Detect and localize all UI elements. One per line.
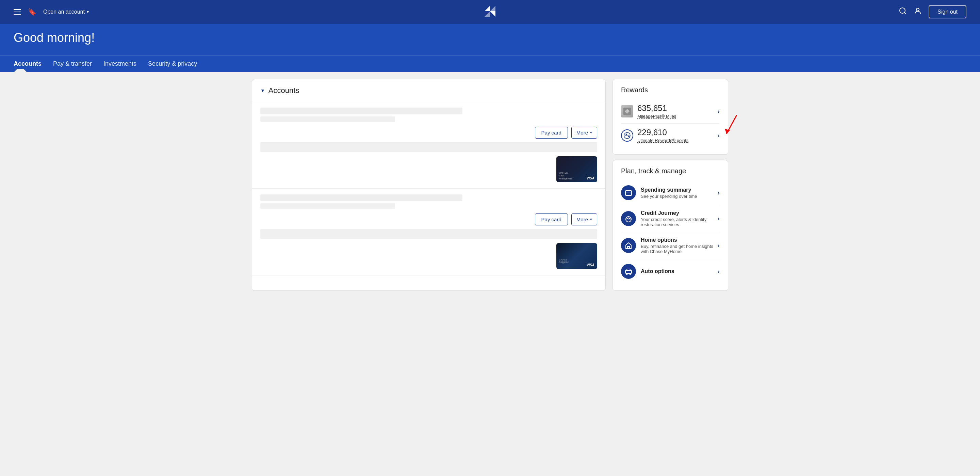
home-options-desc: Buy, refinance and get home insights wit… (641, 244, 718, 254)
account-row-1-actions: Pay card More ▾ (260, 127, 597, 139)
right-panel: Rewards 635,651 MileagePlus® Miles › (612, 79, 728, 291)
plan-item-credit[interactable]: Credit Journey Your credit score, alerts… (621, 205, 720, 232)
home-options-text: Home options Buy, refinance and get home… (641, 237, 718, 254)
nav-item-security-privacy[interactable]: Security & privacy (148, 56, 205, 72)
credit-journey-title: Credit Journey (641, 210, 718, 216)
svg-point-15 (630, 273, 631, 275)
reward-ultimate-details: 229,610 Ultimate Rewards® points (637, 128, 718, 143)
mileage-name: MileagePlus® Miles (637, 114, 676, 119)
sapphire-card-image: CHASESapphire VISA (556, 243, 597, 269)
plan-track-title: Plan, track & manage (621, 167, 720, 175)
plan-item-auto[interactable]: Auto options › (621, 259, 720, 284)
home-options-icon (621, 238, 636, 253)
rewards-title: Rewards (621, 86, 720, 94)
auto-options-icon (621, 264, 636, 279)
svg-point-1 (900, 8, 905, 13)
visa-text-1: VISA (587, 176, 595, 180)
svg-line-6 (727, 115, 737, 134)
more-button-2[interactable]: More ▾ (571, 214, 597, 225)
svg-rect-12 (627, 246, 630, 249)
plan-item-home[interactable]: Home options Buy, refinance and get home… (621, 232, 720, 259)
bookmark-icon[interactable]: 🔖 (28, 8, 37, 16)
mileage-amount: 635,651 (637, 104, 718, 113)
account-card-image-1: UNITEDClubMileagePlus VISA (260, 156, 597, 183)
plan-item-spending[interactable]: Spending summary See your spending over … (621, 180, 720, 205)
main-container: ▼ Accounts Pay card More ▾ UNITEDClubMil… (245, 72, 735, 297)
svg-marker-7 (725, 129, 730, 134)
greeting-bar: Good morning! (0, 24, 980, 55)
credit-journey-icon (621, 211, 636, 226)
auto-chevron-icon: › (718, 268, 720, 275)
spending-summary-title: Spending summary (641, 187, 718, 193)
svg-point-3 (916, 8, 919, 11)
nav-item-investments[interactable]: Investments (103, 56, 145, 72)
account-card-image-2: CHASESapphire VISA (260, 243, 597, 270)
accounts-panel-title: Accounts (269, 86, 299, 95)
collapse-triangle-icon[interactable]: ▼ (260, 88, 265, 93)
chevron-down-icon: ▾ (87, 10, 89, 14)
open-account-label: Open an account (43, 9, 85, 15)
credit-journey-text: Credit Journey Your credit score, alerts… (641, 210, 718, 227)
chase-reward-icon (621, 129, 633, 142)
pay-card-button-1[interactable]: Pay card (535, 127, 568, 139)
chase-logo-container (482, 3, 498, 21)
nav-bar: Accounts Pay & transfer Investments Secu… (0, 55, 980, 72)
auto-options-text: Auto options (641, 268, 718, 275)
rewards-card: Rewards 635,651 MileagePlus® Miles › (612, 79, 728, 155)
profile-icon[interactable] (914, 7, 922, 17)
svg-line-2 (904, 13, 906, 14)
spending-summary-text: Spending summary See your spending over … (641, 187, 718, 199)
reward-mileage-details: 635,651 MileagePlus® Miles (637, 104, 718, 119)
ultimate-chevron-icon: › (718, 132, 720, 139)
account-row-2-actions: Pay card More ▾ (260, 214, 597, 225)
more-label-2: More (576, 217, 588, 222)
home-chevron-icon: › (718, 242, 720, 249)
united-card-image: UNITEDClubMileagePlus VISA (556, 156, 597, 182)
account-row-2: Pay card More ▾ CHASESapphire VISA (252, 189, 605, 275)
pay-card-button-2[interactable]: Pay card (535, 214, 568, 225)
header-right: Sign out (899, 5, 966, 18)
nav-item-accounts[interactable]: Accounts (14, 56, 50, 72)
credit-journey-desc: Your credit score, alerts & identity res… (641, 217, 718, 227)
spending-summary-icon (621, 185, 636, 200)
signout-button[interactable]: Sign out (929, 5, 966, 18)
spending-chevron-icon: › (718, 189, 720, 196)
reward-item-mileage[interactable]: 635,651 MileagePlus® Miles › (621, 99, 720, 124)
ultimate-amount: 229,610 (637, 128, 718, 137)
more-chevron-icon-2: ▾ (590, 217, 592, 222)
spending-summary-desc: See your spending over time (641, 194, 718, 199)
account-row-1: Pay card More ▾ UNITEDClubMileagePlus VI… (252, 102, 605, 188)
united-reward-icon (621, 105, 633, 117)
chase-logo (482, 3, 498, 19)
header-left: 🔖 Open an account ▾ (14, 8, 89, 16)
greeting-text: Good morning! (14, 30, 95, 45)
accounts-panel: ▼ Accounts Pay card More ▾ UNITEDClubMil… (252, 79, 606, 291)
visa-text-2: VISA (587, 263, 595, 267)
svg-point-14 (626, 273, 627, 275)
search-icon[interactable] (899, 7, 907, 17)
accounts-header: ▼ Accounts (252, 79, 605, 102)
ultimate-name: Ultimate Rewards® points (637, 138, 688, 143)
more-button-1[interactable]: More ▾ (571, 127, 597, 139)
plan-track-card: Plan, track & manage Spending summary Se… (612, 160, 728, 291)
hamburger-menu-icon[interactable] (14, 9, 21, 14)
auto-options-title: Auto options (641, 268, 718, 275)
header: 🔖 Open an account ▾ Sign out (0, 0, 980, 24)
svg-rect-8 (625, 191, 632, 195)
mileage-chevron-icon: › (718, 108, 720, 115)
more-label-1: More (576, 130, 588, 136)
united-card-logo: UNITEDClubMileagePlus (559, 172, 572, 180)
home-options-title: Home options (641, 237, 718, 243)
sapphire-card-logo: CHASESapphire (559, 259, 595, 263)
open-account-button[interactable]: Open an account ▾ (43, 9, 89, 15)
credit-chevron-icon: › (718, 215, 720, 222)
more-chevron-icon-1: ▾ (590, 130, 592, 135)
nav-item-pay-transfer[interactable]: Pay & transfer (53, 56, 100, 72)
reward-item-ultimate[interactable]: 229,610 Ultimate Rewards® points › (621, 124, 720, 147)
